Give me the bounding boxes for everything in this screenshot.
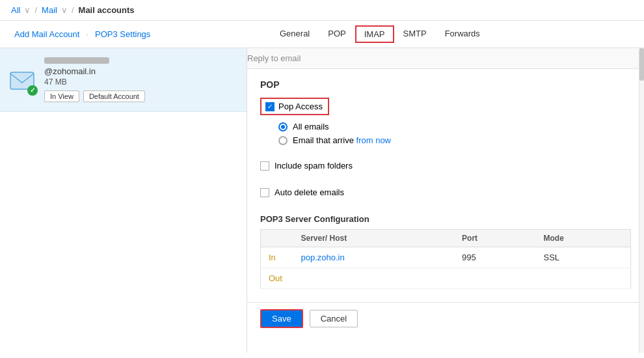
table-row: In pop.zoho.in 995 SSL xyxy=(261,247,631,268)
pop-access-box: ✓ Pop Access xyxy=(260,98,329,115)
account-email-domain: @zohomail.in xyxy=(44,66,239,76)
breadcrumb-sep2: ∨ xyxy=(61,5,68,15)
row-out-host xyxy=(293,268,455,289)
col-port-header: Port xyxy=(454,230,535,247)
row-in-label: In xyxy=(261,247,293,268)
pop-access-row: ✓ Pop Access xyxy=(260,98,631,115)
right-content-wrapper: Reply to email POP ✓ Pop Access xyxy=(247,48,644,353)
account-icon: ✓ xyxy=(8,66,36,94)
right-panel: Reply to email POP ✓ Pop Access xyxy=(247,48,644,353)
add-mail-account-button[interactable]: Add Mail Account xyxy=(9,27,85,42)
breadcrumb-sep-slash2: / xyxy=(72,5,74,15)
breadcrumb-sep-slash1: / xyxy=(34,5,37,15)
row-out-port xyxy=(454,268,535,289)
tab-bar: General POP IMAP SMTP Forwards xyxy=(258,25,635,44)
account-size: 47 MB xyxy=(44,77,239,87)
row-in-port: 995 xyxy=(454,247,535,268)
include-spam-row: Include spam folders xyxy=(260,161,631,171)
radio-options: All emails Email that arrive from now xyxy=(278,122,631,145)
scrollbar-thumb[interactable] xyxy=(639,48,644,81)
col-label-header xyxy=(261,230,293,247)
pop3-settings-button[interactable]: POP3 Settings xyxy=(90,27,155,42)
radio-from-now-label: Email that arrive from now xyxy=(293,135,391,145)
account-verified-icon: ✓ xyxy=(27,85,38,96)
reply-to-email-row: Reply to email xyxy=(247,48,644,69)
row-out-mode xyxy=(536,268,631,289)
include-spam-checkbox[interactable] xyxy=(260,161,269,171)
sub-toolbar: Add Mail Account · POP3 Settings General… xyxy=(0,21,644,48)
content-area: POP ✓ Pop Access All emails xyxy=(247,79,644,302)
account-card: ✓ @zohomail.in 47 MB In View Default Acc… xyxy=(0,48,247,112)
reply-to-email-label: Reply to email xyxy=(247,53,301,63)
server-config-title: POP3 Server Configuration xyxy=(260,214,631,224)
account-actions: In View Default Account xyxy=(44,90,239,102)
row-out-label: Out xyxy=(261,268,293,289)
table-row: Out xyxy=(261,268,631,289)
auto-delete-label: Auto delete emails xyxy=(275,187,344,197)
auto-delete-checkbox[interactable] xyxy=(260,188,269,197)
col-host-header: Server/ Host xyxy=(293,230,455,247)
save-button[interactable]: Save xyxy=(260,309,303,328)
breadcrumb-current: Mail accounts xyxy=(79,5,135,15)
main-layout: ✓ @zohomail.in 47 MB In View Default Acc… xyxy=(0,48,644,353)
separator1 xyxy=(260,150,631,161)
cancel-button[interactable]: Cancel xyxy=(310,310,358,327)
left-toolbar: Add Mail Account · POP3 Settings xyxy=(9,27,256,42)
pop-access-checkbox[interactable]: ✓ xyxy=(265,102,275,111)
account-email-blur xyxy=(44,57,109,64)
server-config-table: Server/ Host Port Mode In pop.zoho.in 99… xyxy=(260,229,631,289)
radio-from-now-row: Email that arrive from now xyxy=(278,135,631,145)
tab-pop[interactable]: POP xyxy=(319,25,355,44)
separator3 xyxy=(260,204,631,214)
radio-all-emails-row: All emails xyxy=(278,122,631,131)
include-spam-label: Include spam folders xyxy=(275,161,353,171)
breadcrumb-all[interactable]: All xyxy=(11,5,20,15)
default-account-button[interactable]: Default Account xyxy=(83,90,145,102)
toolbar-divider: · xyxy=(85,29,90,39)
account-info: @zohomail.in 47 MB In View Default Accou… xyxy=(44,57,239,102)
breadcrumb-mail[interactable]: Mail xyxy=(42,5,57,15)
col-mode-header: Mode xyxy=(536,230,631,247)
separator2 xyxy=(260,177,631,187)
radio-from-now[interactable] xyxy=(278,136,288,145)
scrollbar[interactable] xyxy=(639,48,644,353)
row-in-mode: SSL xyxy=(536,247,631,268)
tab-forwards[interactable]: Forwards xyxy=(436,25,489,44)
radio-all-emails-label: All emails xyxy=(293,122,329,131)
tab-imap[interactable]: IMAP xyxy=(355,25,394,43)
breadcrumb-sep1: ∨ xyxy=(24,5,31,15)
row-in-host: pop.zoho.in xyxy=(293,247,455,268)
breadcrumb: All ∨ / Mail ∨ / Mail accounts xyxy=(0,0,644,21)
action-bar: Save Cancel xyxy=(247,302,644,335)
radio-all-emails[interactable] xyxy=(278,122,288,131)
right-scrollable: Reply to email POP ✓ Pop Access xyxy=(247,48,644,353)
auto-delete-row: Auto delete emails xyxy=(260,187,631,197)
left-panel: ✓ @zohomail.in 47 MB In View Default Acc… xyxy=(0,48,247,353)
pop-access-label: Pop Access xyxy=(278,102,323,111)
pop-section-title: POP xyxy=(260,79,631,90)
tab-general[interactable]: General xyxy=(271,25,319,44)
tab-smtp[interactable]: SMTP xyxy=(394,25,436,44)
in-view-button[interactable]: In View xyxy=(44,90,79,102)
from-now-link[interactable]: from now xyxy=(356,135,391,145)
